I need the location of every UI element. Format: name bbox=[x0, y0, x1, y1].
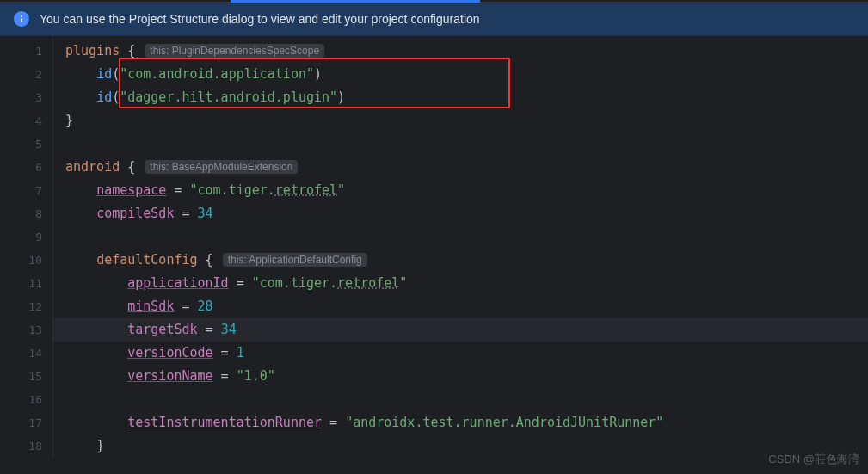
line-number: 4 bbox=[0, 109, 42, 132]
tab-strip bbox=[0, 0, 868, 3]
active-tab-indicator bbox=[231, 0, 480, 3]
inline-hint: this: PluginDependenciesSpecScope bbox=[145, 44, 324, 58]
code-line[interactable] bbox=[53, 132, 868, 156]
line-number: 1 bbox=[0, 40, 42, 63]
code-line[interactable] bbox=[53, 225, 868, 249]
svg-rect-1 bbox=[21, 18, 22, 22]
banner-text: You can use the Project Structure dialog… bbox=[40, 12, 480, 26]
line-gutter: 1 2 3 4 5 6 7 8 9 10 11 12 13 14 15 16 1… bbox=[0, 36, 53, 457]
line-number: 13 bbox=[0, 318, 42, 342]
watermark: CSDN @莊色海湾 bbox=[768, 452, 859, 467]
line-number: 10 bbox=[0, 249, 42, 272]
code-line[interactable]: testInstrumentationRunner = "androidx.te… bbox=[53, 411, 868, 434]
code-line[interactable]: } bbox=[53, 109, 868, 132]
info-icon bbox=[14, 11, 29, 27]
line-number: 3 bbox=[0, 86, 42, 109]
code-line[interactable] bbox=[53, 388, 868, 411]
code-line[interactable]: minSdk = 28 bbox=[53, 295, 868, 318]
line-number: 5 bbox=[0, 132, 42, 156]
code-line[interactable]: versionCode = 1 bbox=[53, 342, 868, 365]
line-number: 7 bbox=[0, 179, 42, 202]
inline-hint: this: ApplicationDefaultConfig bbox=[223, 253, 367, 267]
line-number: 2 bbox=[0, 63, 42, 86]
line-number: 6 bbox=[0, 156, 42, 179]
code-line[interactable]: versionName = "1.0" bbox=[53, 365, 868, 388]
svg-point-0 bbox=[21, 15, 22, 17]
code-line[interactable]: compileSdk = 34 bbox=[53, 202, 868, 225]
inline-hint: this: BaseAppModuleExtension bbox=[145, 160, 298, 174]
code-line[interactable]: applicationId = "com.tiger.retrofel" bbox=[53, 272, 868, 295]
code-line[interactable]: id("com.android.application") bbox=[53, 63, 868, 86]
code-area[interactable]: plugins { this: PluginDependenciesSpecSc… bbox=[53, 36, 868, 457]
code-line[interactable]: defaultConfig { this: ApplicationDefault… bbox=[53, 249, 868, 272]
code-line-active[interactable]: targetSdk = 34 bbox=[53, 318, 868, 342]
code-line[interactable]: android { this: BaseAppModuleExtension bbox=[53, 156, 868, 179]
line-number: 18 bbox=[0, 434, 42, 458]
line-number: 12 bbox=[0, 295, 42, 318]
info-banner[interactable]: You can use the Project Structure dialog… bbox=[0, 3, 868, 36]
line-number: 11 bbox=[0, 272, 42, 295]
line-number: 8 bbox=[0, 202, 42, 225]
code-line[interactable]: } bbox=[53, 434, 868, 458]
line-number: 17 bbox=[0, 411, 42, 434]
line-number: 9 bbox=[0, 225, 42, 249]
code-line[interactable]: id("dagger.hilt.android.plugin") bbox=[53, 86, 868, 109]
code-editor[interactable]: 1 2 3 4 5 6 7 8 9 10 11 12 13 14 15 16 1… bbox=[0, 36, 868, 457]
line-number: 15 bbox=[0, 365, 42, 388]
code-line[interactable]: plugins { this: PluginDependenciesSpecSc… bbox=[53, 40, 868, 63]
code-line[interactable]: namespace = "com.tiger.retrofel" bbox=[53, 179, 868, 202]
line-number: 16 bbox=[0, 388, 42, 411]
line-number: 14 bbox=[0, 342, 42, 365]
